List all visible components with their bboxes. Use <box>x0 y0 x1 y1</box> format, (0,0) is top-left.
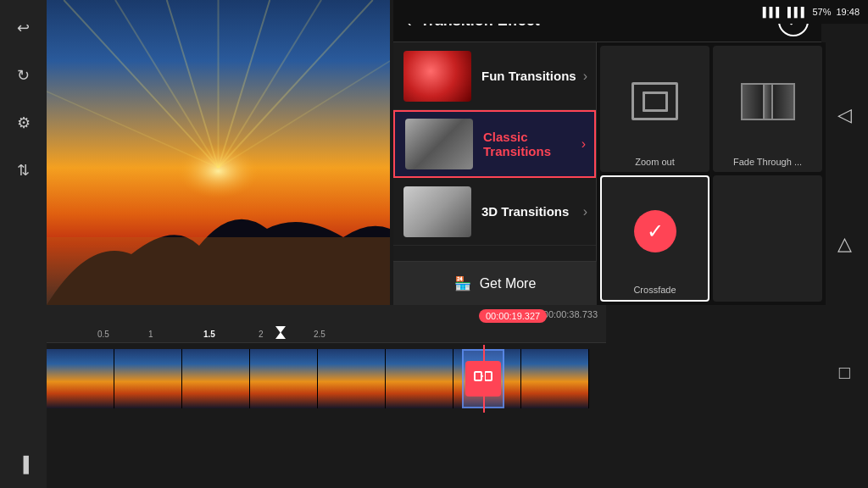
clip-1 <box>47 349 114 408</box>
effect-zoom-out[interactable]: Zoom out <box>600 46 709 172</box>
crossfade-visual: ✓ <box>602 177 708 285</box>
signal-icon-1: ▌▌▌ <box>763 7 782 17</box>
video-preview-panel <box>47 0 390 305</box>
marker-2-5: 2.5 <box>314 330 326 339</box>
3d-label: 3D Transitions <box>481 204 569 219</box>
clock: 19:48 <box>836 7 860 17</box>
svg-line-1 <box>64 0 218 168</box>
category-classic[interactable]: Classic Transitions › <box>393 110 596 178</box>
svg-line-2 <box>115 0 219 168</box>
classic-thumbnail <box>405 119 473 169</box>
sidebar-toggle-button[interactable]: ▐ <box>8 449 39 480</box>
svg-line-9 <box>219 61 391 168</box>
adjust-button[interactable]: ⇅ <box>8 155 39 186</box>
svg-rect-10 <box>47 237 390 305</box>
settings-button[interactable]: ⚙ <box>8 108 39 138</box>
classic-arrow: › <box>581 136 586 152</box>
svg-line-7 <box>219 0 373 168</box>
marker-2: 2 <box>259 330 264 339</box>
track-clips-container <box>47 349 606 408</box>
recents-nav-button[interactable]: □ <box>830 358 860 388</box>
marker-0-5: 0.5 <box>97 330 109 339</box>
zoom-out-label: Zoom out <box>635 157 674 167</box>
sun-rays <box>47 0 390 305</box>
undo-button[interactable]: ↩ <box>8 13 39 43</box>
battery-indicator: 57% <box>812 7 831 17</box>
svg-line-6 <box>219 0 322 168</box>
transition-effect-panel: ‹ Transition Effect ✓ Fun Transitions › … <box>393 0 821 305</box>
svg-line-8 <box>47 92 219 168</box>
clip-3 <box>182 349 250 408</box>
current-time-badge: 00:00:19.327 <box>479 309 547 323</box>
playhead-line <box>483 345 485 413</box>
3d-arrow: › <box>583 204 587 219</box>
fun-arrow: › <box>583 69 587 84</box>
status-bar: ▌▌▌ ▌▌▌ 57% 19:48 <box>393 0 868 24</box>
effect-fade-through[interactable]: Fade Through ... <box>713 46 822 172</box>
home-nav-button[interactable]: △ <box>830 229 860 259</box>
classic-label: Classic Transitions <box>483 130 584 158</box>
crossfade-check-icon: ✓ <box>634 210 676 252</box>
svg-rect-11 <box>475 372 481 380</box>
get-more-button[interactable]: 🏪 Get More <box>393 261 597 305</box>
timeline-area: 0.5 1 1.5 2 2.5 00:00:19.327 00:00:38.73… <box>47 305 606 488</box>
effects-grid: Zoom out Fade Through ... ✓ Crossfade <box>597 42 826 305</box>
playhead-indicator-bottom <box>275 332 286 339</box>
fun-label: Fun Transitions <box>481 69 576 83</box>
store-icon: 🏪 <box>454 275 471 291</box>
effect-crossfade[interactable]: ✓ Crossfade <box>600 175 709 302</box>
timeline-ruler: 0.5 1 1.5 2 2.5 00:00:19.327 00:00:38.73… <box>47 305 606 343</box>
effect-empty <box>713 175 822 302</box>
redo-button[interactable]: ↻ <box>8 60 39 91</box>
svg-rect-12 <box>485 372 492 380</box>
video-preview <box>47 0 390 305</box>
get-more-label: Get More <box>480 276 537 291</box>
left-toolbar: ↩ ↻ ⚙ ⇅ ▐ <box>0 0 47 488</box>
clip-5 <box>318 349 386 408</box>
marker-1-5: 1.5 <box>203 330 215 339</box>
back-nav-button[interactable]: ◁ <box>830 100 860 130</box>
category-3d[interactable]: 3D Transitions › <box>393 178 596 246</box>
3d-thumbnail <box>403 186 471 237</box>
clip-2 <box>114 349 182 408</box>
fade-through-label: Fade Through ... <box>733 157 802 167</box>
categories-list: Fun Transitions › Classic Transitions › … <box>393 42 597 305</box>
signal-icon-2: ▌▌▌ <box>787 7 807 17</box>
zoom-out-visual <box>600 46 709 157</box>
clip-4 <box>250 349 318 408</box>
clip-6 <box>386 349 453 408</box>
fade-through-visual <box>713 46 822 157</box>
right-nav: ◁ △ □ <box>821 0 868 488</box>
fun-thumbnail <box>403 51 471 102</box>
end-time-label: 00:00:38.733 <box>543 309 598 319</box>
clip-8 <box>521 349 589 408</box>
marker-1: 1 <box>148 330 153 339</box>
none-visual <box>713 175 822 297</box>
crossfade-label: Crossfade <box>633 285 676 295</box>
category-fun[interactable]: Fun Transitions › <box>393 42 596 110</box>
video-track[interactable] <box>47 345 606 413</box>
